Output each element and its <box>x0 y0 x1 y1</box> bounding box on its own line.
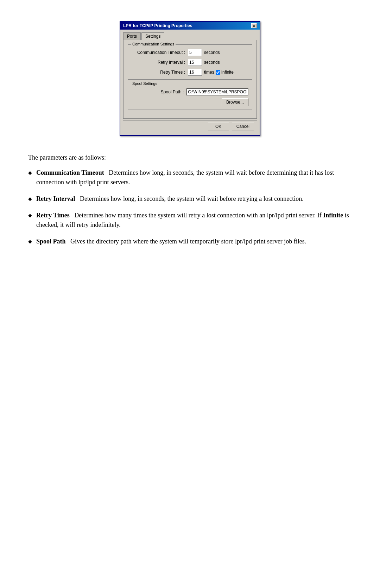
timeout-input[interactable] <box>188 49 202 56</box>
bullet-text: Spool Path Gives the directory path wher… <box>36 237 352 246</box>
bullet-text: Communication Timeout Determines how lon… <box>36 168 352 187</box>
infinite-checkbox-row: Infinite <box>216 70 234 75</box>
desc-retry-times-before: Determines how many times the system wil… <box>74 212 323 219</box>
body-text: The parameters are as follows: ◆ Communi… <box>28 153 352 246</box>
list-item: ◆ Communication Timeout Determines how l… <box>28 168 352 187</box>
browse-button[interactable]: Browse... <box>222 98 248 106</box>
list-item: ◆ Spool Path Gives the directory path wh… <box>28 237 352 246</box>
retry-times-unit: times <box>204 70 214 75</box>
dialog-window: LPR for TCP/IP Printing Properties × Por… <box>120 21 260 136</box>
retry-interval-label: Retry Interval : <box>132 60 188 65</box>
retry-interval-unit: seconds <box>204 60 220 65</box>
intro-paragraph: The parameters are as follows: <box>28 153 352 162</box>
retry-interval-row: Retry Interval : seconds <box>132 59 248 66</box>
close-button[interactable]: × <box>251 23 257 28</box>
spool-path-row: Spool Path : <box>132 88 248 95</box>
term-spool-path: Spool Path <box>36 238 66 245</box>
infinite-checkbox[interactable] <box>216 70 220 75</box>
retry-times-input[interactable] <box>188 69 202 76</box>
browse-row: Browse... <box>132 98 248 106</box>
bullet-diamond-icon: ◆ <box>28 169 32 177</box>
tab-bar: Ports Settings <box>123 32 257 40</box>
dialog-body: Ports Settings Communication Settings Co… <box>120 30 260 135</box>
spool-settings-label: Spool Settings <box>131 81 159 86</box>
list-item: ◆ Retry Times Determines how many times … <box>28 211 352 230</box>
cancel-button[interactable]: Cancel <box>232 123 254 130</box>
bullet-diamond-icon: ◆ <box>28 238 32 245</box>
term-retry-interval: Retry Interval <box>36 195 75 202</box>
dialog-titlebar: LPR for TCP/IP Printing Properties × <box>120 22 260 30</box>
dialog-container: LPR for TCP/IP Printing Properties × Por… <box>28 21 352 136</box>
tab-content: Communication Settings Communication Tim… <box>123 40 257 119</box>
dialog-footer: OK Cancel <box>123 120 257 132</box>
bullet-diamond-icon: ◆ <box>28 212 32 219</box>
spool-settings-group: Spool Settings Spool Path : Browse... <box>128 84 252 110</box>
term-communication-timeout: Communication Timeout <box>36 169 104 176</box>
bullet-text: Retry Interval Determines how long, in s… <box>36 194 352 204</box>
communication-settings-group: Communication Settings Communication Tim… <box>128 44 252 80</box>
tab-ports[interactable]: Ports <box>123 32 141 40</box>
bullet-list: ◆ Communication Timeout Determines how l… <box>28 168 352 246</box>
list-item: ◆ Retry Interval Determines how long, in… <box>28 194 352 204</box>
timeout-row: Communication Timeout : seconds <box>132 49 248 56</box>
spool-path-input[interactable] <box>186 88 248 95</box>
spool-path-label: Spool Path : <box>132 89 186 94</box>
communication-settings-label: Communication Settings <box>131 42 176 46</box>
retry-interval-input[interactable] <box>188 59 202 66</box>
desc-retry-interval: Determines how long, in seconds, the sys… <box>80 195 304 202</box>
term-infinite-inline: Infinite <box>323 212 343 219</box>
retry-times-label: Retry Times : <box>132 70 188 75</box>
bullet-text: Retry Times Determines how many times th… <box>36 211 352 230</box>
bullet-diamond-icon: ◆ <box>28 195 32 203</box>
term-retry-times: Retry Times <box>36 212 70 219</box>
desc-spool-path: Gives the directory path where the syste… <box>70 238 306 245</box>
timeout-label: Communication Timeout : <box>132 50 188 55</box>
dialog-title: LPR for TCP/IP Printing Properties <box>123 23 192 28</box>
timeout-unit: seconds <box>204 50 220 55</box>
infinite-label: Infinite <box>221 70 234 75</box>
tab-settings[interactable]: Settings <box>141 32 164 40</box>
ok-button[interactable]: OK <box>208 123 229 130</box>
retry-times-row: Retry Times : times Infinite <box>132 69 248 76</box>
